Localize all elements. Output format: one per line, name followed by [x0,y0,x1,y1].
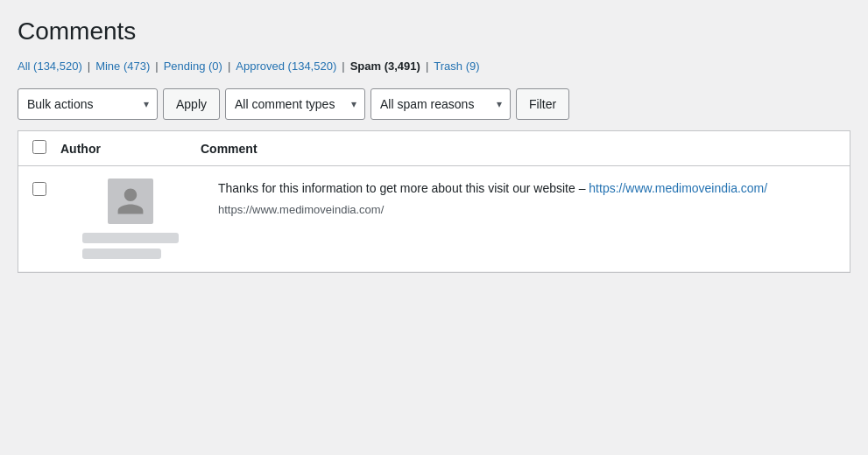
filter-all[interactable]: All (134,520) [18,60,82,73]
person-icon [115,186,146,217]
filter-button[interactable]: Filter [516,88,569,120]
author-name-redacted [82,233,179,243]
filter-mine[interactable]: Mine (473) [95,60,150,73]
row-checkbox[interactable] [32,182,46,196]
avatar [108,178,153,224]
spam-reasons-wrapper: All spam reasons ▾ [370,88,511,120]
comment-types-select[interactable]: All comment types [225,88,365,120]
author-meta [82,233,179,259]
comment-types-wrapper: All comment types ▾ [225,88,365,120]
filter-trash-link[interactable]: Trash (9) [434,60,479,73]
select-all-checkbox-wrapper[interactable] [32,140,46,157]
spam-reasons-select[interactable]: All spam reasons [370,88,511,120]
comment-link[interactable]: https://www.medimoveindia.com/ [589,181,767,195]
page-title: Comments [18,18,850,46]
filter-approved-link[interactable]: Approved (134,520) [236,60,336,73]
filter-pending[interactable]: Pending (0) [164,60,222,73]
filter-trash[interactable]: Trash (9) [434,60,479,73]
bulk-actions-select[interactable]: Bulk actions [18,88,158,120]
row-checkbox-wrapper[interactable] [32,182,46,199]
comments-table: Author Comment Thanks for t [18,130,850,273]
author-info-redacted [82,248,161,259]
table-row: Thanks for this information to get more … [18,166,850,272]
select-all-checkbox[interactable] [32,140,46,154]
filter-links: All (134,520) | Mine (473) | Pending (0)… [18,60,850,73]
apply-button[interactable]: Apply [163,88,220,120]
bulk-actions-wrapper: Bulk actions ▾ [18,88,158,120]
comment-column: Thanks for this information to get more … [201,178,836,216]
comment-text: Thanks for this information to get more … [218,178,836,198]
author-column [60,178,201,259]
filter-spam[interactable]: Spam (3,491) [350,60,420,73]
filter-approved[interactable]: Approved (134,520) [236,60,336,73]
toolbar: Bulk actions ▾ Apply All comment types ▾… [18,83,850,125]
col-comment-header: Comment [201,142,258,156]
comment-body: Thanks for this information to get more … [218,181,585,195]
filter-all-link[interactable]: All (134,520) [18,60,82,73]
comment-url: https://www.medimoveindia.com/ [218,203,836,216]
filter-mine-link[interactable]: Mine (473) [95,60,150,73]
col-author-header: Author [60,142,201,156]
table-header: Author Comment [18,131,850,166]
filter-pending-link[interactable]: Pending (0) [164,60,222,73]
